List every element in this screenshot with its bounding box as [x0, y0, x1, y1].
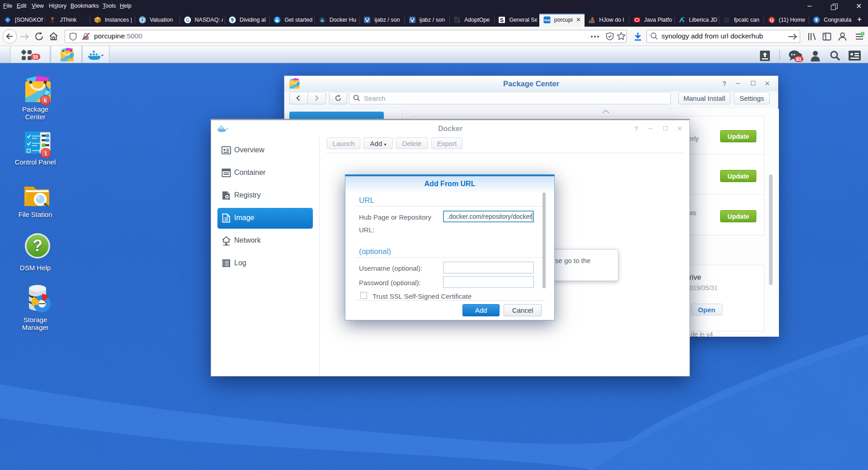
svg-text:Q: Q — [770, 18, 774, 23]
svg-text:?: ? — [33, 236, 42, 255]
svg-text:DSM: DSM — [544, 19, 550, 22]
svg-text:G: G — [185, 17, 189, 23]
svg-text:S: S — [500, 17, 504, 24]
